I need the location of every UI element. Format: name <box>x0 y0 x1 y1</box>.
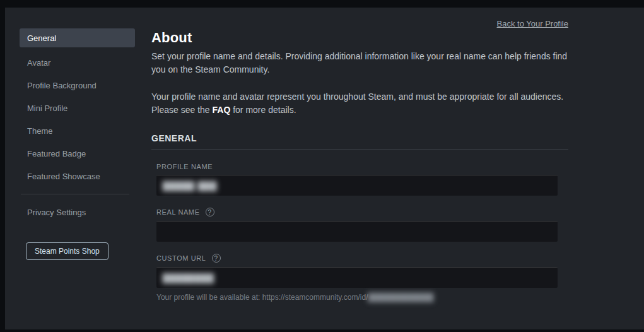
sidebar-item-label: Avatar <box>27 58 50 68</box>
custom-url-help-text: Your profile will be available at: https… <box>156 293 568 302</box>
sidebar-item-privacy-settings[interactable]: Privacy Settings <box>20 201 135 223</box>
steam-points-shop-button[interactable]: Steam Points Shop <box>26 242 108 260</box>
back-link-row: Back to Your Profile <box>151 18 568 28</box>
real-name-field: REAL NAME ? <box>156 208 568 242</box>
real-name-label: REAL NAME <box>156 208 200 216</box>
general-form: PROFILE NAME █████ ███ REAL NAME ? CUSTO… <box>151 163 568 302</box>
real-name-help-icon[interactable]: ? <box>206 208 214 216</box>
sidebar-item-label: General <box>27 33 56 43</box>
back-to-profile-link[interactable]: Back to Your Profile <box>497 19 568 28</box>
custom-url-field: CUSTOM URL ? ████████ Your profile will … <box>156 254 568 302</box>
sidebar-item-general[interactable]: General <box>20 28 135 47</box>
sidebar-item-theme[interactable]: Theme <box>20 119 135 142</box>
intro-2-text-after: for more details. <box>230 105 296 115</box>
profile-name-redacted-value: █████ ███ <box>163 181 217 191</box>
sidebar-item-label: Mini Profile <box>27 104 67 113</box>
intro-paragraph-1: Set your profile name and details. Provi… <box>151 50 568 76</box>
sidebar: General Avatar Profile Background Mini P… <box>20 28 135 260</box>
custom-url-input[interactable]: ████████ <box>156 267 558 288</box>
custom-url-label: CUSTOM URL <box>156 254 206 262</box>
section-header-general: GENERAL <box>151 133 568 143</box>
sidebar-item-label: Theme <box>27 126 52 136</box>
sidebar-item-label: Privacy Settings <box>27 208 86 217</box>
sidebar-item-featured-showcase[interactable]: Featured Showcase <box>20 165 135 187</box>
real-name-input[interactable] <box>156 221 558 242</box>
sidebar-item-mini-profile[interactable]: Mini Profile <box>20 97 135 119</box>
sidebar-item-label: Profile Background <box>27 81 97 90</box>
custom-url-redacted-value: ████████ <box>163 273 214 283</box>
profile-name-label: PROFILE NAME <box>156 163 213 170</box>
custom-url-help-icon[interactable]: ? <box>212 254 221 263</box>
about-section: Back to Your Profile About Set your prof… <box>151 18 568 314</box>
sidebar-item-avatar[interactable]: Avatar <box>20 51 135 74</box>
profile-name-field: PROFILE NAME █████ ███ <box>156 163 568 196</box>
sidebar-item-label: Featured Badge <box>27 149 86 158</box>
sidebar-divider <box>21 194 129 194</box>
sidebar-item-label: Featured Showcase <box>27 172 100 181</box>
custom-url-help-redacted: ███████████ <box>368 293 434 302</box>
settings-page: General Avatar Profile Background Mini P… <box>5 8 644 329</box>
profile-name-input[interactable]: █████ ███ <box>156 175 558 196</box>
intro-paragraph-2: Your profile name and avatar represent y… <box>151 90 568 117</box>
sidebar-item-featured-badge[interactable]: Featured Badge <box>20 142 135 165</box>
sidebar-item-profile-background[interactable]: Profile Background <box>20 74 135 97</box>
page-title: About <box>151 30 568 46</box>
faq-link[interactable]: FAQ <box>213 105 231 115</box>
custom-url-help-prefix: Your profile will be available at: https… <box>156 293 368 302</box>
section-divider <box>151 149 568 150</box>
